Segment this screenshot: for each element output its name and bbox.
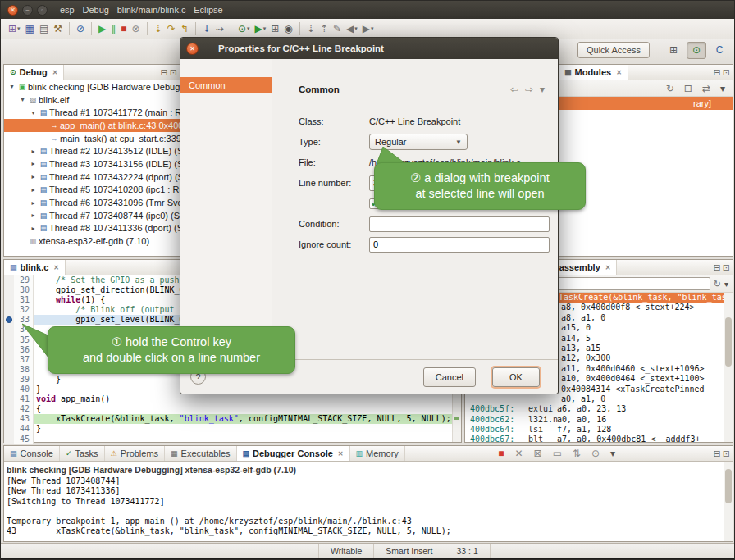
annotation-ruler-cell[interactable] [4,275,14,285]
skip-all-breakpoints-icon[interactable]: ⊘ [74,20,87,37]
debug-tree-item[interactable]: ▸▤Thread #7 1073408744 (ipc0) (Susp [4,209,180,222]
view-menu-icon[interactable]: ▾ [718,80,728,97]
new-wizard-icon[interactable]: ⊞▾ [6,20,23,37]
disassembly-row[interactable]: 400dbc5f:extuia6, a0, 23, 13 [465,404,724,414]
sidebar-item-common[interactable]: Common [180,77,272,93]
minimize-view-icon[interactable] [714,67,721,78]
line-number[interactable]: 31 [14,295,34,305]
annotation-ruler-cell[interactable] [4,404,14,414]
window-maximize-button[interactable]: ▫ [37,5,48,16]
disassembly-row[interactable]: 400dbc62:l32i.na0, a0, 16 [465,415,724,425]
annotation-ruler-cell[interactable] [4,365,14,375]
last-edit-location-icon[interactable]: ✎ [331,20,344,37]
line-number[interactable]: 43 [14,414,34,424]
scrollbar-thumb[interactable] [725,469,732,503]
save-icon[interactable]: ▦ [23,20,37,37]
run-icon[interactable]: ▶▾ [253,20,269,37]
ignore-count-input[interactable] [369,237,550,253]
code-text[interactable]: void app_main() [34,394,461,404]
new-cpp-project-icon[interactable]: ⊞ [268,20,281,37]
disconnect-icon[interactable]: ⊗ [130,20,143,37]
tree-expander-icon[interactable]: ▾ [29,109,38,116]
view-menu-icon[interactable] [724,280,728,289]
debug-tree-item[interactable]: ▸▤Thread #8 1073411336 (dport) (Sus [4,222,180,235]
annotation-ruler-cell[interactable] [4,315,14,325]
tab-modules[interactable]: ▦ Modules [559,65,628,80]
debug-tree-item[interactable]: ▾▨blink.elf [4,93,180,107]
step-into-icon[interactable]: ⇣ [152,20,165,37]
debug-tree-item[interactable]: ▸▤Thread #2 1073413512 (IDLE) (Susp [4,144,180,157]
console-tab-problems[interactable]: ⚠Problems [105,446,166,461]
scrollbar-thumb[interactable] [725,317,732,367]
disassembly-row[interactable]: a0, a1, 0 [465,394,724,404]
condition-input[interactable] [369,216,550,232]
debug-perspective-icon[interactable]: ⊙ [687,42,706,59]
debug-tree-item[interactable]: ▸▤Thread #6 1073431096 (Tmr Svc) (S [4,196,180,209]
terminate-icon[interactable]: ■ [495,445,506,462]
code-text[interactable]: { [34,404,461,414]
code-text[interactable]: } [34,424,461,434]
editor-line[interactable]: 41void app_main() [4,394,461,404]
remove-all-launches-icon[interactable]: ⊠ [532,445,545,462]
line-number[interactable]: 39 [14,375,34,385]
annotation-ruler-cell[interactable] [4,325,14,335]
tree-expander-icon[interactable]: ▸ [29,199,38,207]
search-icon[interactable]: ◉ [281,20,294,37]
resume-icon[interactable]: ▶ [96,20,108,37]
line-number[interactable]: 45 [14,435,34,444]
tree-expander-icon[interactable]: ▾ [18,96,27,103]
tab-blink-c[interactable]: ▤ blink.c [4,260,66,275]
annotation-ruler-cell[interactable] [4,285,14,295]
disassembly-row[interactable]: 400dbc67:blta7, a0, 0x400dbc81 <__adddf3… [465,435,724,442]
debug-tree-item[interactable]: ▸▤Thread #3 1073413156 (IDLE) (Susp [4,157,180,171]
line-number[interactable]: 40 [14,385,34,394]
editor-line[interactable]: 43 xTaskCreate(&blink_task, "blink_task"… [4,414,461,424]
line-number[interactable]: 32 [14,305,34,315]
console-tab-memory[interactable]: ▥Memory [350,446,405,461]
clear-console-icon[interactable]: ▭ [550,445,564,462]
pin-console-icon[interactable]: ⊙ [589,445,602,462]
cancel-button[interactable]: Cancel [423,367,476,387]
annotation-ruler-cell[interactable] [4,435,14,444]
tree-expander-icon[interactable]: ▸ [29,212,38,219]
minimize-view-icon[interactable] [714,262,721,273]
line-number[interactable]: 44 [14,424,34,434]
annotation-ruler-cell[interactable] [4,305,14,315]
close-tab-icon[interactable] [53,264,59,271]
open-perspective-icon[interactable]: ⊞ [664,42,683,59]
step-return-icon[interactable]: ↰ [178,20,191,37]
back-icon[interactable] [510,84,518,95]
tree-expander-icon[interactable]: ▸ [29,225,38,232]
tree-expander-icon[interactable]: ▾ [7,83,16,90]
maximize-view-icon[interactable] [723,67,730,78]
remove-launch-icon[interactable]: ✕ [513,445,526,462]
exec-line-marker[interactable] [454,417,459,420]
line-number[interactable]: 29 [14,275,34,285]
tree-expander-icon[interactable]: ▸ [29,160,38,167]
console-tab-debugger-console[interactable]: ▤Debugger Console [237,446,350,461]
next-annotation-icon[interactable]: ⇣ [304,20,317,37]
console-tab-console[interactable]: ▤Console [4,446,60,461]
tree-expander-icon[interactable]: ▸ [29,148,38,155]
annotation-ruler-cell[interactable] [4,335,14,345]
maximize-view-icon[interactable] [170,67,177,78]
close-tab-icon[interactable] [52,69,58,76]
print-icon[interactable]: ▤ [37,20,51,37]
annotation-ruler-cell[interactable] [4,355,14,365]
minimize-view-icon[interactable] [161,67,168,78]
previous-annotation-icon[interactable]: ⇡ [317,20,331,37]
debug-tree-item[interactable]: ▾▤Thread #1 1073411772 (main : Runn [4,106,180,119]
console-scrollbar[interactable] [724,462,733,541]
dialog-titlebar[interactable]: Properties for C/C++ Line Breakpoint [180,38,558,59]
maximize-view-icon[interactable] [723,448,730,459]
line-number[interactable]: 38 [14,365,34,375]
maximize-view-icon[interactable] [723,262,730,273]
line-number[interactable]: 42 [14,404,34,414]
console-tab-executables[interactable]: ▦Executables [165,446,236,461]
dialog-close-button[interactable] [186,43,199,55]
cpp-perspective-icon[interactable]: C [710,42,729,59]
build-all-icon[interactable]: ⚒ [51,20,65,37]
debug-tree-item[interactable]: ▥xtensa-esp32-elf-gdb (7.10) [4,234,180,248]
debug-tree-item[interactable]: →app_main() at blink.c:43 0x400db [4,119,180,132]
instruction-stepping-icon[interactable]: ⇢ [213,20,226,37]
